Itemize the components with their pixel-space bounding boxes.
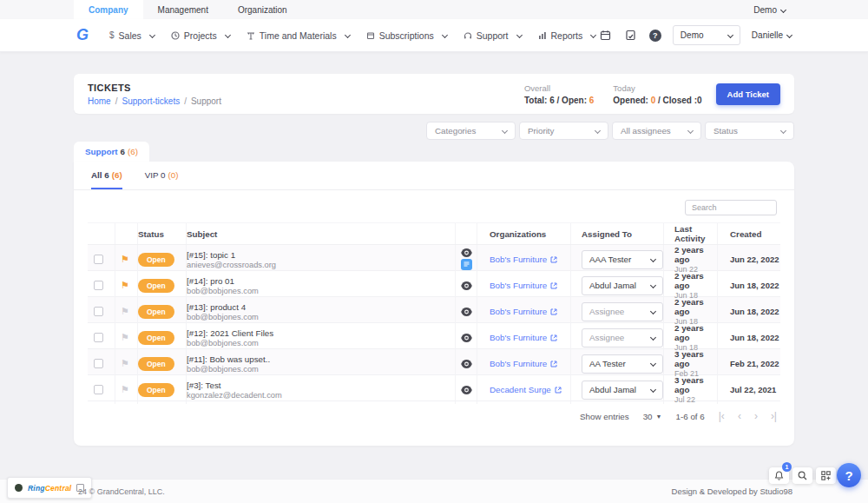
row-checkbox[interactable] (94, 359, 103, 368)
note-badge-icon[interactable] (461, 259, 472, 270)
row-checkbox[interactable] (94, 255, 103, 264)
search-input[interactable] (685, 200, 777, 215)
company-select[interactable]: Demo (673, 25, 740, 45)
breadcrumb-support-tickets[interactable]: Support-tickets (122, 96, 180, 106)
ticket-subject[interactable]: [#15]: topic 1 (187, 250, 276, 260)
cell-view (456, 297, 477, 326)
flag-icon[interactable]: ⚑ (121, 332, 129, 343)
first-page-icon[interactable]: |‹ (719, 411, 725, 421)
zoom-search-button[interactable] (792, 467, 812, 484)
support-tab-open-count: (6) (128, 147, 138, 156)
nav-subscriptions[interactable]: Subscriptions (366, 30, 447, 41)
eye-icon[interactable] (461, 248, 472, 257)
assignee-select[interactable]: Abdul Jamal (582, 276, 663, 295)
cell-organization: Bob's Furniture (477, 323, 571, 352)
organization-link[interactable]: Bob's Furniture (490, 255, 557, 264)
row-checkbox[interactable] (94, 307, 103, 316)
nav-time-and-materials-label: Time and Materials (260, 30, 337, 41)
next-page-icon[interactable]: › (754, 411, 758, 421)
eye-icon[interactable] (461, 308, 472, 316)
ticket-subject[interactable]: [#12]: 2021 Client Files (187, 328, 273, 338)
assignees-filter[interactable]: All assignees (612, 122, 701, 140)
categories-filter-label: Categories (435, 126, 476, 136)
assignee-select-value: Abdul Jamal (589, 385, 636, 394)
cell-checkbox (88, 349, 115, 378)
calendar-icon[interactable] (599, 29, 613, 43)
status-badge: Open (138, 331, 174, 345)
help-icon[interactable]: ? (649, 30, 661, 42)
eye-icon[interactable] (461, 360, 472, 368)
organization-link[interactable]: Bob's Furniture (490, 359, 557, 368)
notifications-button[interactable]: 1 (769, 467, 789, 484)
nav-time-and-materials[interactable]: Time and Materials (247, 30, 350, 41)
today-value: Opened: 0 / Closed :0 (613, 96, 701, 105)
prev-page-icon[interactable]: ‹ (738, 411, 741, 421)
flag-icon[interactable]: ⚑ (121, 280, 129, 291)
organization-link[interactable]: Bob's Furniture (490, 307, 557, 316)
assignee-select[interactable]: AAA Tester (582, 250, 663, 269)
organization-link[interactable]: Decadent Surge (490, 385, 562, 394)
external-link-icon (550, 256, 557, 263)
open-label: Open: (562, 96, 589, 105)
notification-count-badge: 1 (782, 462, 792, 472)
app-logo[interactable]: G (76, 26, 89, 44)
organization-link[interactable]: Bob's Furniture (490, 281, 557, 290)
cell-checkbox (88, 375, 115, 404)
page-title: TICKETS (88, 83, 221, 93)
organization-link[interactable]: Bob's Furniture (490, 333, 557, 342)
status-filter[interactable]: Status (705, 122, 794, 140)
filter-bar: Categories Priority All assignees Status (74, 122, 794, 140)
last-page-icon[interactable]: ›| (771, 411, 777, 421)
tab-vip[interactable]: VIP 0 (0) (145, 162, 179, 189)
cell-checkbox (88, 297, 115, 326)
chevron-down-icon (650, 361, 656, 367)
row-checkbox[interactable] (94, 333, 103, 342)
stat-separator: / (555, 96, 562, 105)
ticket-subject[interactable]: [#14]: pro 01 (187, 276, 259, 286)
status-badge: Open (138, 279, 174, 293)
assignee-select[interactable]: Assignee (582, 302, 663, 321)
tasks-icon[interactable] (624, 29, 638, 43)
eye-icon[interactable] (461, 386, 472, 394)
assignee-select[interactable]: AA Tester (582, 354, 663, 374)
ticket-subject[interactable]: [#11]: Bob was upset.. (187, 354, 270, 364)
nav-reports[interactable]: Reports (538, 30, 596, 41)
categories-filter[interactable]: Categories (426, 122, 516, 140)
nav-projects[interactable]: Projects (171, 30, 230, 41)
ticket-subject[interactable]: [#13]: product 4 (187, 302, 259, 312)
tab-organization[interactable]: Organization (223, 0, 302, 19)
cell-organization: Bob's Furniture (477, 297, 571, 326)
assignee-select[interactable]: Abdul Jamal (582, 381, 663, 400)
row-checkbox[interactable] (94, 281, 103, 290)
env-menu[interactable]: Demo (753, 0, 786, 19)
today-stats: Today Opened: 0 / Closed :0 (613, 83, 701, 105)
ticket-subject[interactable]: [#3]: Test (187, 381, 282, 390)
flag-icon[interactable]: ⚑ (121, 306, 129, 317)
main-navbar: G $ Sales Projects Time and Materials Su… (0, 19, 868, 52)
assignee-select[interactable]: Assignee (582, 328, 663, 347)
priority-filter[interactable]: Priority (519, 122, 608, 140)
support-tab[interactable]: Support 6 (6) (74, 142, 149, 162)
add-ticket-button[interactable]: Add Ticket (716, 83, 780, 105)
row-checkbox[interactable] (94, 385, 103, 394)
eye-icon[interactable] (461, 281, 472, 290)
tab-company[interactable]: Company (74, 0, 143, 19)
eye-icon[interactable] (461, 334, 472, 342)
tab-management[interactable]: Management (143, 0, 223, 19)
chevron-down-icon (516, 32, 522, 38)
flag-icon[interactable]: ⚑ (121, 384, 129, 395)
nav-sales[interactable]: $ Sales (109, 30, 155, 41)
status-badge: Open (138, 253, 174, 267)
nav-support[interactable]: Support (464, 30, 522, 41)
page-size-select[interactable]: 30▼ (643, 412, 662, 421)
help-fab[interactable]: ? (837, 463, 861, 487)
total-label: Total: (524, 96, 549, 105)
flag-icon[interactable]: ⚑ (121, 254, 129, 265)
tab-all[interactable]: All 6 (6) (91, 162, 122, 189)
flag-icon[interactable]: ⚑ (121, 358, 129, 369)
cell-organization: Bob's Furniture (477, 271, 571, 300)
breadcrumb-home[interactable]: Home (88, 96, 111, 106)
widgets-button[interactable] (816, 467, 836, 484)
cell-flag: ⚑ (115, 297, 138, 326)
user-menu[interactable]: Danielle (752, 30, 792, 40)
